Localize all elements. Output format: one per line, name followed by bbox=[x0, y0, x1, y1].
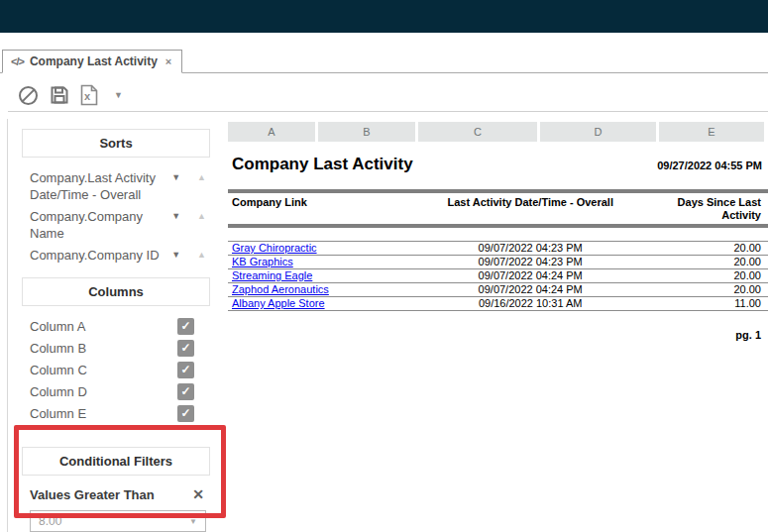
filter-value-dropdown[interactable]: 8.00 ▼ bbox=[30, 510, 206, 532]
report-preview: A B C D E Company Last Activity 09/27/20… bbox=[228, 122, 768, 341]
sort-item-company-id[interactable]: Company.Company ID ▼ ▲ bbox=[30, 247, 210, 264]
tab-close-icon[interactable]: × bbox=[165, 55, 171, 67]
last-activity-cell: 09/16/2022 10:31 AM bbox=[417, 297, 644, 309]
tab-bar: </> Company Last Activity × bbox=[0, 50, 768, 73]
sorts-section-header: Sorts bbox=[22, 129, 210, 158]
filter-label: Values Greater Than bbox=[30, 487, 155, 502]
column-label: Column B bbox=[30, 341, 86, 356]
sort-item-label: Company.Last Activity Date/Time - Overal… bbox=[30, 169, 171, 203]
toolbar-divider bbox=[8, 111, 768, 112]
sort-item-last-activity[interactable]: Company.Last Activity Date/Time - Overal… bbox=[30, 169, 210, 203]
company-link[interactable]: KB Graphics bbox=[232, 256, 293, 267]
sort-item-company-name[interactable]: Company.Company Name ▼ ▲ bbox=[30, 208, 210, 242]
days-since-cell: 20.00 bbox=[644, 283, 768, 295]
days-since-cell: 20.00 bbox=[644, 242, 768, 254]
columns-list: Column A ✓ Column B ✓ Column C ✓ Column … bbox=[22, 315, 210, 424]
sheet-column-e[interactable]: E bbox=[659, 122, 764, 142]
remove-filter-icon[interactable]: ✕ bbox=[192, 486, 204, 502]
column-b-checkbox[interactable]: ✓ bbox=[177, 340, 194, 357]
sheet-column-c[interactable]: C bbox=[418, 122, 537, 142]
top-navigation-bar bbox=[0, 0, 768, 33]
report-timestamp: 09/27/2022 04:55 PM bbox=[657, 160, 762, 171]
cancel-button[interactable] bbox=[18, 85, 39, 106]
export-excel-button[interactable]: x bbox=[80, 84, 98, 106]
chevron-down-icon: ▼ bbox=[189, 517, 197, 526]
column-toggle-row-d: Column D ✓ bbox=[30, 380, 210, 402]
column-c-checkbox[interactable]: ✓ bbox=[177, 362, 194, 378]
app-window: </> Company Last Activity × x bbox=[0, 0, 768, 532]
column-toggle-row-c: Column C ✓ bbox=[30, 359, 210, 380]
last-activity-cell: 09/07/2022 04:24 PM bbox=[417, 283, 644, 295]
sorts-list: Company.Last Activity Date/Time - Overal… bbox=[22, 169, 210, 264]
column-label: Column A bbox=[30, 319, 85, 334]
export-options-dropdown-icon[interactable]: ▼ bbox=[114, 90, 123, 100]
table-row: Streaming Eagle 09/07/2022 04:24 PM 20.0… bbox=[228, 268, 768, 282]
sort-ascending-icon[interactable]: ▲ bbox=[197, 172, 206, 182]
last-activity-cell: 09/07/2022 04:24 PM bbox=[417, 269, 644, 281]
table-header-company-link: Company Link bbox=[228, 196, 417, 222]
last-activity-cell: 09/07/2022 04:23 PM bbox=[417, 242, 644, 254]
table-row: Zaphod Aeronautics 09/07/2022 04:24 PM 2… bbox=[228, 282, 768, 296]
days-since-cell: 20.00 bbox=[644, 256, 768, 267]
save-icon bbox=[50, 85, 69, 105]
table-row: Albany Apple Store 09/16/2022 10:31 AM 1… bbox=[228, 296, 768, 311]
report-options-sidebar: Sorts Company.Last Activity Date/Time - … bbox=[22, 121, 210, 532]
tab-company-last-activity[interactable]: </> Company Last Activity × bbox=[2, 50, 182, 73]
last-activity-cell: 09/07/2022 04:23 PM bbox=[417, 256, 644, 267]
company-link[interactable]: Streaming Eagle bbox=[232, 269, 312, 281]
tab-label: Company Last Activity bbox=[30, 54, 158, 68]
save-button[interactable] bbox=[50, 85, 69, 105]
sort-descending-icon[interactable]: ▼ bbox=[171, 172, 180, 182]
table-body: Gray Chiropractic 09/07/2022 04:23 PM 20… bbox=[228, 241, 768, 311]
company-link[interactable]: Zaphod Aeronautics bbox=[232, 283, 329, 295]
table-row: Gray Chiropractic 09/07/2022 04:23 PM 20… bbox=[228, 241, 768, 255]
sort-descending-icon[interactable]: ▼ bbox=[171, 211, 180, 221]
company-link[interactable]: Gray Chiropractic bbox=[232, 242, 317, 254]
header-divider-bottom bbox=[228, 224, 768, 228]
sort-item-label: Company.Company ID bbox=[30, 247, 171, 264]
company-link[interactable]: Albany Apple Store bbox=[232, 297, 325, 309]
sort-item-label: Company.Company Name bbox=[30, 208, 171, 242]
table-header-last-activity: Last Activity Date/Time - Overall bbox=[417, 196, 644, 222]
column-toggle-row-a: Column A ✓ bbox=[30, 315, 210, 337]
sheet-column-b[interactable]: B bbox=[318, 122, 415, 142]
excel-file-icon: x bbox=[80, 84, 98, 106]
sheet-column-d[interactable]: D bbox=[540, 122, 656, 142]
report-title: Company Last Activity bbox=[232, 155, 413, 174]
sort-direction-controls: ▼ ▲ bbox=[171, 208, 210, 221]
report-title-row: Company Last Activity 09/27/2022 04:55 P… bbox=[228, 155, 768, 174]
column-a-checkbox[interactable]: ✓ bbox=[177, 318, 194, 335]
column-toggle-row-b: Column B ✓ bbox=[30, 337, 210, 359]
sort-ascending-icon[interactable]: ▲ bbox=[197, 211, 206, 221]
conditional-filters-section-header: Conditional Filters bbox=[22, 447, 210, 476]
sort-descending-icon[interactable]: ▼ bbox=[171, 250, 180, 260]
filter-row: Values Greater Than ✕ bbox=[22, 486, 210, 502]
sidebar-left-edge bbox=[7, 119, 8, 532]
column-d-checkbox[interactable]: ✓ bbox=[177, 383, 194, 400]
column-label: Column C bbox=[30, 363, 87, 377]
code-icon: </> bbox=[11, 55, 24, 67]
days-since-cell: 11.00 bbox=[644, 297, 768, 309]
spreadsheet-column-headers: A B C D E bbox=[228, 122, 768, 142]
page-number: pg. 1 bbox=[228, 329, 768, 341]
table-row: KB Graphics 09/07/2022 04:23 PM 20.00 bbox=[228, 255, 768, 268]
table-header-row: Company Link Last Activity Date/Time - O… bbox=[228, 193, 768, 224]
sort-direction-controls: ▼ ▲ bbox=[171, 247, 210, 260]
cancel-icon bbox=[18, 85, 39, 106]
days-since-cell: 20.00 bbox=[644, 269, 768, 281]
column-toggle-row-e: Column E ✓ bbox=[30, 402, 210, 424]
toolbar: x ▼ bbox=[18, 84, 123, 106]
table-header-days-since: Days Since Last Activity bbox=[644, 196, 768, 222]
filter-value: 8.00 bbox=[39, 514, 61, 528]
columns-section-header: Columns bbox=[22, 277, 210, 306]
column-label: Column E bbox=[30, 406, 86, 421]
sort-ascending-icon[interactable]: ▲ bbox=[197, 250, 206, 260]
sort-direction-controls: ▼ ▲ bbox=[171, 169, 210, 182]
sheet-column-a[interactable]: A bbox=[228, 122, 315, 142]
svg-text:x: x bbox=[84, 90, 91, 102]
column-label: Column D bbox=[30, 384, 87, 399]
column-e-checkbox[interactable]: ✓ bbox=[177, 405, 194, 422]
